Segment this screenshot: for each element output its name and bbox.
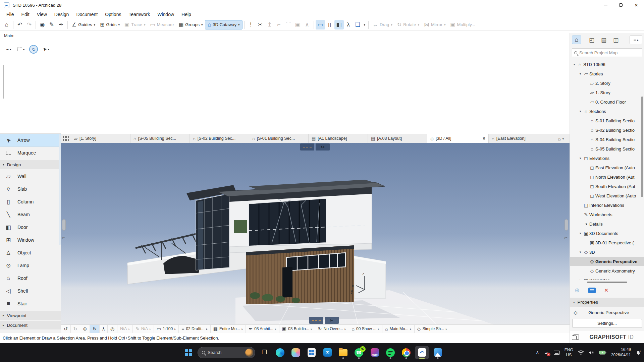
tree-chevron-icon[interactable]: ▾ bbox=[578, 232, 583, 235]
tree-item-project-root[interactable]: ▾⌂STD 10596 bbox=[570, 60, 644, 69]
quickbar-renovation-override[interactable]: ↻No Overr...▸ bbox=[315, 325, 349, 333]
cutaway-plane-cut-button[interactable]: ✂ bbox=[316, 143, 330, 150]
guides-button[interactable]: ∠ Guides▾ bbox=[69, 20, 98, 29]
tree-item-elevation-south[interactable]: ◻South Elevation (Aut bbox=[570, 182, 644, 191]
toolbox-scrollbar[interactable] bbox=[59, 134, 61, 245]
outlook-button[interactable]: ✉ bbox=[321, 346, 334, 359]
graphisoft-id-logo[interactable]: GRAPHISOFT ID bbox=[579, 334, 644, 340]
quickbar-explore[interactable]: ◎ bbox=[108, 325, 117, 333]
mirror-button[interactable]: ⋈ Mirror▾ bbox=[422, 20, 448, 29]
photos-button[interactable] bbox=[431, 346, 444, 359]
quickbar-structure-display[interactable]: ⌂Main Mo...▸ bbox=[382, 325, 415, 333]
tree-item-worksheets[interactable]: ✎Worksheets bbox=[570, 210, 644, 219]
menu-teamwork[interactable]: Teamwork bbox=[125, 10, 154, 18]
tree-item-schedules[interactable]: ▸▦Schedules bbox=[570, 276, 644, 280]
toolbox-item-wall[interactable]: ▱Wall bbox=[0, 170, 61, 183]
menu-window[interactable]: Window bbox=[154, 10, 178, 18]
quickbar-pen-set[interactable]: ✒03 Archit...▸ bbox=[246, 325, 279, 333]
project-map-search[interactable] bbox=[572, 48, 642, 57]
grids-button[interactable]: ⊞ Grids▾ bbox=[98, 20, 122, 29]
groups-button[interactable]: ▦ Groups▾ bbox=[176, 20, 205, 29]
tree-item-story-0[interactable]: ▱0. Ground Floor bbox=[570, 97, 644, 107]
chevron-down-icon[interactable]: ▾ bbox=[364, 23, 366, 26]
tree-item-3d[interactable]: ▾◇3D bbox=[570, 247, 644, 257]
tray-expand-icon[interactable]: ∧ bbox=[536, 350, 539, 356]
wifi-icon[interactable] bbox=[578, 350, 584, 355]
start-button[interactable] bbox=[182, 346, 195, 359]
tree-item-elevation-east[interactable]: ◻East Elevation (Auto bbox=[570, 163, 644, 172]
store-button[interactable] bbox=[305, 346, 318, 359]
tree-chevron-icon[interactable]: ▾ bbox=[578, 250, 583, 254]
undo-icon[interactable]: ↶ bbox=[15, 20, 24, 29]
view-box-wire-icon[interactable]: ▭ bbox=[316, 20, 325, 29]
tab-s02-section[interactable]: ⌂[S-02 Building Sec... bbox=[190, 134, 249, 143]
edge-button[interactable] bbox=[273, 346, 287, 359]
quickbar-model-filter[interactable]: ▦Entire Mo...▸ bbox=[211, 325, 246, 333]
cutaway-plane-offset-button[interactable] bbox=[300, 143, 314, 150]
toolbox-item-beam[interactable]: ╲Beam bbox=[0, 208, 61, 221]
tree-item-interior-elevations[interactable]: ◫Interior Elevations bbox=[570, 200, 644, 210]
quickbar-model-view-options[interactable]: ▣03 Buildin...▸ bbox=[279, 325, 315, 333]
panel-splitter[interactable] bbox=[587, 282, 627, 283]
quickbar-shadow-display[interactable]: ◇Simple Sh...▸ bbox=[415, 325, 450, 333]
tab-a03-layout[interactable]: ▤[A.03 Layout] bbox=[368, 134, 427, 143]
quickbar-pen-na[interactable]: ✎N/A▸ bbox=[133, 325, 154, 333]
toolbox-item-marquee[interactable]: Marquee bbox=[0, 146, 61, 159]
add-view-icon[interactable]: ⊕ bbox=[575, 287, 580, 294]
touch-keyboard-icon[interactable] bbox=[554, 351, 560, 355]
volume-icon[interactable] bbox=[589, 350, 594, 355]
copilot-button[interactable] bbox=[289, 346, 303, 359]
settings-button[interactable]: Settings... bbox=[572, 319, 642, 328]
toolbox-section-design[interactable]: ▾Design bbox=[0, 160, 61, 169]
layout-book-icon[interactable]: ▤ bbox=[599, 36, 608, 44]
corner-icon[interactable]: ⌐ bbox=[274, 20, 284, 29]
clock[interactable]: 16:492026/04/11 bbox=[611, 347, 631, 358]
quickbar-scale[interactable]: ▭1:100▸ bbox=[154, 325, 179, 333]
menu-view[interactable]: View bbox=[33, 10, 51, 18]
language-indicator[interactable]: ENGUS bbox=[565, 348, 573, 358]
3d-viewport[interactable]: z x y ✂ ✂ ✂ ✂ bbox=[61, 143, 570, 324]
toolbox-item-door[interactable]: ◧Door bbox=[0, 221, 61, 234]
menu-help[interactable]: Help bbox=[178, 10, 195, 18]
project-map-icon[interactable]: ⌂ bbox=[572, 36, 581, 44]
navigator-menu-button[interactable]: ≡▸ bbox=[630, 36, 642, 44]
tree-item-generic-axonometry[interactable]: ◇Generic Axonometry bbox=[570, 266, 644, 276]
drag-button[interactable]: ↔ Drag▾ bbox=[370, 20, 395, 29]
tree-item-section-s01[interactable]: ⌂S-01 Building Sectio bbox=[570, 116, 644, 125]
curve-icon[interactable]: ⌒ bbox=[284, 20, 293, 29]
cutaway-plane-offset-button-bottom[interactable] bbox=[309, 317, 323, 324]
tab-1-story[interactable]: ▱[1. Story] bbox=[71, 134, 130, 143]
toolbox-item-roof[interactable]: ⌂Roof bbox=[0, 272, 61, 285]
polyline-tool-button[interactable]: ⌁▸ bbox=[5, 45, 12, 54]
menu-options[interactable]: Options bbox=[101, 10, 125, 18]
pick-up-parameters-icon[interactable]: ◉ bbox=[38, 20, 47, 29]
view-cutaway-icon[interactable]: ◧ bbox=[334, 20, 344, 29]
cutting-plane-icon[interactable]: ❑ bbox=[353, 20, 363, 29]
tab-s01-section[interactable]: ⌂[S-01 Building Sec... bbox=[249, 134, 309, 143]
scissors-icon[interactable]: ✂ bbox=[62, 235, 65, 240]
inject-parameters-icon[interactable]: ✎ bbox=[47, 20, 56, 29]
quickbar-layers[interactable]: ≡02 Drafti...▸ bbox=[179, 325, 211, 333]
3d-cutaway-button[interactable]: ⌂ 3D Cutaway▾ bbox=[205, 20, 242, 29]
view-settings-icon[interactable] bbox=[588, 288, 596, 293]
lasso-icon[interactable]: ✂ bbox=[256, 20, 265, 29]
toolbox-item-stair[interactable]: ≡Stair bbox=[0, 297, 61, 310]
cutaway-handle-left[interactable] bbox=[62, 219, 66, 231]
tree-chevron-icon[interactable]: ▾ bbox=[578, 110, 583, 113]
home-icon[interactable]: ⌂ bbox=[2, 20, 11, 29]
tree-item-story-1[interactable]: ▱1. Story bbox=[570, 88, 644, 97]
tab-overview-button[interactable] bbox=[61, 134, 71, 143]
marquee-tool-button[interactable]: ▸ bbox=[16, 45, 26, 54]
tree-item-section-s05[interactable]: ⌂S-05 Building Sectio bbox=[570, 144, 644, 154]
window-stack-icon[interactable] bbox=[573, 335, 579, 340]
roofline-icon[interactable]: ∧ bbox=[303, 20, 312, 29]
tree-chevron-icon[interactable]: ▾ bbox=[578, 157, 583, 160]
battery-icon[interactable] bbox=[599, 351, 606, 355]
toolbox-item-slab[interactable]: ◊Slab bbox=[0, 183, 61, 195]
tree-chevron-icon[interactable]: ▸ bbox=[578, 279, 583, 280]
m365-button[interactable]: M365 bbox=[368, 346, 381, 359]
spotify-button[interactable] bbox=[384, 346, 397, 359]
minimize-button[interactable] bbox=[598, 0, 613, 10]
tree-item-section-s04[interactable]: ⌂S-04 Building Sectio bbox=[570, 135, 644, 144]
tab-list-button[interactable]: ⌂▾ bbox=[552, 135, 570, 143]
